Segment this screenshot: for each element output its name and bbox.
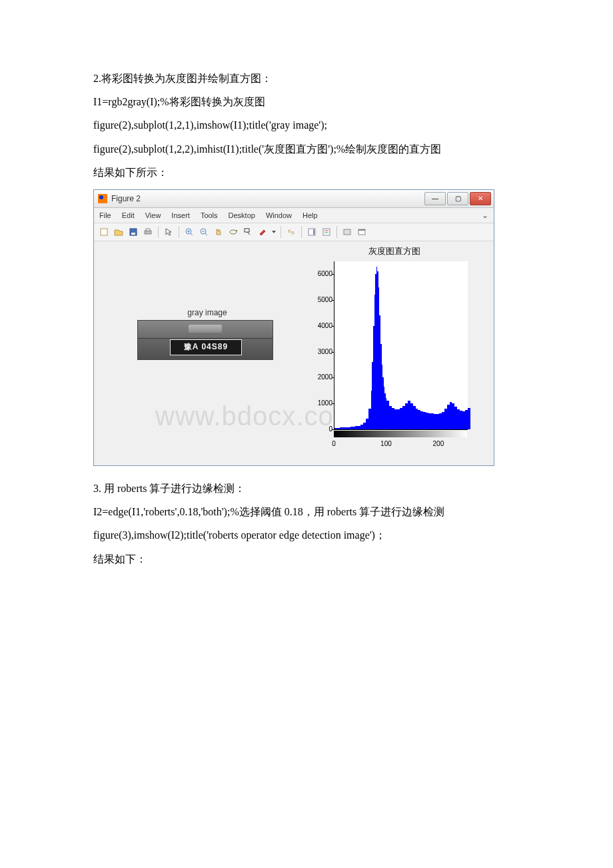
- menu-view[interactable]: View: [145, 211, 161, 219]
- histogram-bar: [468, 408, 470, 429]
- license-plate: 豫A 04S89: [170, 339, 242, 355]
- save-icon[interactable]: [127, 226, 139, 238]
- y-tick-label: 4000: [306, 322, 332, 329]
- x-tick-label: 200: [433, 440, 444, 447]
- subplot-left-title: gray image: [137, 308, 277, 317]
- histogram-area: 0100020003000400050006000 0100200: [306, 259, 478, 447]
- code-line: I2=edge(I1,'roberts',0.18,'both');%选择阈值 …: [93, 500, 520, 523]
- menu-file[interactable]: File: [99, 211, 111, 219]
- svg-rect-3: [145, 231, 151, 234]
- open-icon[interactable]: [113, 226, 125, 238]
- toolbar: [94, 223, 494, 241]
- svg-line-14: [247, 232, 250, 235]
- zoom-out-icon[interactable]: [198, 226, 210, 238]
- histogram-bar: [340, 427, 345, 429]
- svg-rect-22: [358, 229, 365, 231]
- figure-window: Figure 2 — ▢ ✕ File Edit View Insert Too…: [93, 189, 494, 466]
- gray-image: 豫A 04S89: [137, 320, 273, 360]
- svg-rect-2: [131, 233, 135, 235]
- dock-icon[interactable]: [356, 226, 368, 238]
- data-cursor-icon[interactable]: [242, 226, 254, 238]
- svg-point-12: [230, 230, 237, 234]
- svg-line-10: [205, 233, 207, 235]
- svg-rect-13: [245, 229, 249, 232]
- menu-tools[interactable]: Tools: [201, 211, 218, 219]
- histogram-bar: [334, 428, 340, 429]
- subplot-left: gray image 豫A 04S89: [137, 308, 277, 360]
- histogram-bar: [345, 427, 350, 429]
- y-tick-label: 0: [306, 425, 332, 433]
- x-tick-label: 100: [380, 440, 392, 447]
- new-figure-icon[interactable]: [98, 226, 110, 238]
- minimize-button[interactable]: —: [424, 192, 446, 205]
- code-line: figure(3),imshow(I2);title('roberts oper…: [93, 523, 520, 547]
- titlebar: Figure 2 — ▢ ✕: [94, 190, 494, 208]
- subplot-right: 灰度图直方图 0100020003000400050006000 0100200: [306, 245, 483, 447]
- link-icon[interactable]: [285, 226, 297, 238]
- y-tick-label: 6000: [306, 270, 332, 277]
- brush-dropdown-icon[interactable]: [271, 226, 277, 238]
- legend-icon[interactable]: [320, 226, 332, 238]
- maximize-button[interactable]: ▢: [447, 192, 468, 205]
- menu-help[interactable]: Help: [303, 211, 318, 219]
- subplot-right-title: 灰度图直方图: [306, 245, 483, 257]
- menu-insert[interactable]: Insert: [171, 211, 190, 219]
- paragraph: 3. 用 roberts 算子进行边缘检测：: [93, 477, 520, 500]
- hide-tools-icon[interactable]: [341, 226, 353, 238]
- menubar: File Edit View Insert Tools Desktop Wind…: [94, 208, 494, 223]
- svg-rect-20: [344, 229, 350, 235]
- svg-rect-16: [313, 229, 314, 235]
- svg-rect-17: [323, 229, 330, 235]
- x-tick-label: 0: [332, 440, 336, 447]
- y-tick-label: 5000: [306, 296, 332, 303]
- colorbar-icon[interactable]: [306, 226, 318, 238]
- pan-icon[interactable]: [213, 226, 225, 238]
- code-line: I1=rgb2gray(I);%将彩图转换为灰度图: [93, 90, 520, 113]
- zoom-in-icon[interactable]: [183, 226, 195, 238]
- close-button[interactable]: ✕: [470, 192, 491, 205]
- menu-desktop[interactable]: Desktop: [229, 211, 255, 219]
- paragraph: 结果如下所示：: [93, 161, 520, 184]
- menubar-collapse-icon[interactable]: ⌄: [482, 211, 488, 220]
- y-tick-label: 1000: [306, 399, 332, 407]
- histogram-bar: [355, 426, 360, 429]
- histogram-chart: [334, 261, 468, 430]
- code-line: figure(2),subplot(1,2,2),imhist(I1);titl…: [93, 137, 520, 161]
- pointer-icon[interactable]: [163, 226, 175, 238]
- histogram-bar: [350, 427, 356, 429]
- paragraph: 2.将彩图转换为灰度图并绘制直方图：: [93, 67, 520, 90]
- paragraph: 结果如下：: [93, 547, 520, 571]
- matlab-figure-icon: [98, 194, 107, 203]
- window-title: Figure 2: [111, 194, 141, 203]
- figure-canvas: www.bdocx.com gray image 豫A 04S89 灰度图直方图…: [94, 241, 494, 465]
- brush-icon[interactable]: [257, 226, 269, 238]
- menu-window[interactable]: Window: [266, 211, 292, 219]
- menu-edit[interactable]: Edit: [122, 211, 135, 219]
- grayscale-colorbar: [334, 431, 467, 437]
- code-line: figure(2),subplot(1,2,1),imshow(I1);titl…: [93, 113, 520, 137]
- rotate-3d-icon[interactable]: [227, 226, 239, 238]
- svg-line-6: [191, 233, 193, 235]
- y-tick-label: 2000: [306, 373, 332, 381]
- y-tick-label: 3000: [306, 348, 332, 355]
- svg-rect-4: [146, 229, 150, 231]
- print-icon[interactable]: [142, 226, 154, 238]
- svg-rect-0: [101, 229, 107, 235]
